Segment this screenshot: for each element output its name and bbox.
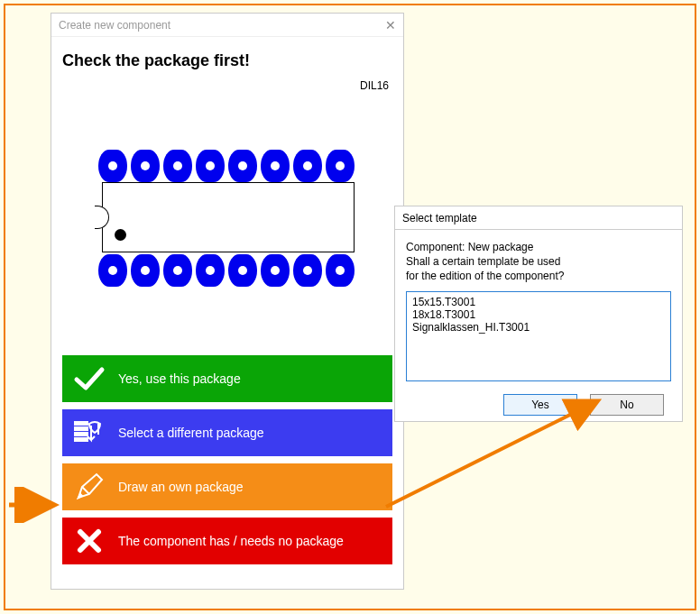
package-preview: DIL16 [62, 78, 392, 348]
draw-package-button[interactable]: Draw an own package [62, 463, 392, 510]
yes-button[interactable]: Yes [503, 394, 577, 416]
svg-rect-3 [75, 438, 88, 441]
use-package-button[interactable]: Yes, use this package [62, 355, 392, 402]
list-item[interactable]: 18x18.T3001 [412, 308, 665, 321]
cross-icon [73, 525, 106, 557]
pin-row-top [98, 150, 355, 182]
no-button[interactable]: No [590, 394, 664, 416]
no-package-button[interactable]: The component has / needs no package [62, 518, 392, 564]
select-package-button[interactable]: Select a different package [62, 409, 392, 456]
select-package-label: Select a different package [118, 426, 264, 440]
list-item[interactable]: 15x15.T3001 [412, 296, 665, 308]
pad [293, 150, 322, 182]
dialog-text-line: Component: New package [406, 241, 671, 253]
select-template-dialog: Select template Component: New package S… [394, 206, 683, 422]
dialog-button-row: Yes No [406, 394, 671, 416]
pad [196, 254, 225, 287]
pad [163, 150, 192, 182]
pad [228, 254, 257, 287]
pad [98, 254, 127, 287]
check-icon [73, 362, 106, 395]
pad [131, 150, 160, 182]
pad [326, 150, 355, 182]
pad [326, 254, 355, 287]
pad [98, 150, 127, 182]
dialog-title: Select template [402, 212, 675, 225]
no-package-label: The component has / needs no package [118, 534, 344, 548]
pad [228, 150, 257, 182]
dialog-titlebar: Select template [395, 206, 682, 230]
use-package-label: Yes, use this package [118, 371, 241, 386]
pin-row-bottom [98, 254, 355, 287]
window-titlebar: Create new component ✕ [51, 14, 403, 37]
pad [196, 150, 225, 182]
pad [131, 254, 160, 287]
pencil-icon [73, 471, 106, 503]
svg-rect-2 [75, 433, 88, 435]
package-name-label: DIL16 [360, 79, 389, 92]
list-item[interactable]: Signalklassen_HI.T3001 [412, 321, 665, 334]
template-listbox[interactable]: 15x15.T3001 18x18.T3001 Signalklassen_HI… [406, 291, 671, 381]
chip-body [102, 182, 355, 252]
draw-package-label: Draw an own package [118, 480, 244, 494]
select-list-icon [73, 417, 106, 449]
pad [293, 254, 322, 287]
svg-rect-0 [75, 422, 88, 425]
pad [163, 254, 192, 287]
pad [261, 150, 290, 182]
pin1-marker [115, 229, 126, 241]
create-component-window: Create new component ✕ Check the package… [51, 13, 404, 590]
page-heading: Check the package first! [62, 51, 392, 70]
dialog-text-line: Shall a certain template be used [406, 255, 671, 268]
window-title: Create new component [59, 19, 385, 32]
pad [261, 254, 290, 287]
close-icon[interactable]: ✕ [385, 18, 396, 32]
svg-rect-1 [75, 427, 88, 430]
dialog-text-line: for the edition of the component? [406, 270, 671, 282]
